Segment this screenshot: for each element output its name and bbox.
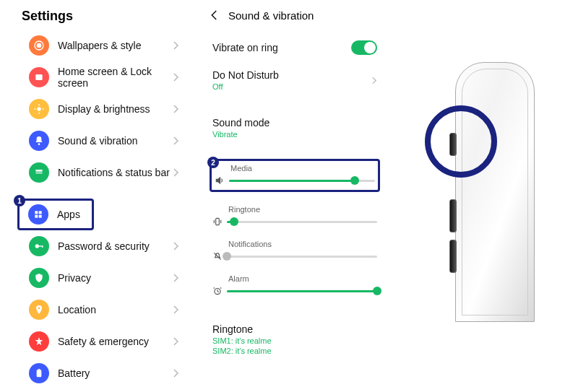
settings-item-label: Display & brightness [58, 103, 173, 115]
speaker-icon [215, 175, 225, 186]
vibrate-on-ring-toggle[interactable] [351, 40, 377, 55]
notifications-slider[interactable] [227, 256, 377, 258]
notifications-slider-group: Notifications [212, 240, 377, 261]
media-slider-group: 2 Media [210, 159, 380, 192]
volume-sliders: 2 Media Ringtone Notifications [202, 159, 387, 296]
annotation-badge-1: 1 [14, 195, 25, 206]
settings-item-label: Privacy [58, 272, 173, 284]
svg-point-3 [37, 107, 40, 110]
back-arrow-icon[interactable] [208, 9, 221, 22]
emergency-icon [29, 331, 49, 352]
key-icon [29, 236, 49, 256]
svg-rect-14 [39, 215, 42, 218]
chevron-right-icon [173, 369, 179, 378]
settings-item-homescreen[interactable]: Home screen & Lock screen [20, 61, 186, 93]
brightness-icon [29, 99, 49, 119]
battery-icon [29, 363, 49, 383]
alarm-slider[interactable] [227, 290, 377, 292]
chevron-right-icon [173, 136, 179, 145]
ringtone-row[interactable]: Ringtone SIM1: it's realme SIM2: it's re… [202, 316, 387, 361]
settings-item-label: Wallpapers & style [58, 40, 173, 51]
chevron-right-icon [173, 274, 179, 282]
settings-item-notifications[interactable]: Notifications & status bar [20, 157, 186, 188]
svg-rect-23 [216, 218, 220, 225]
notification-bar-icon [29, 162, 49, 183]
chevron-right-icon [173, 242, 179, 251]
svg-rect-13 [35, 215, 38, 218]
svg-line-30 [214, 287, 215, 288]
shield-icon [29, 268, 49, 288]
home-lock-icon [29, 67, 49, 87]
settings-item-label: Sound & vibration [58, 135, 173, 147]
settings-item-location[interactable]: Location [20, 294, 186, 326]
location-icon [29, 300, 49, 320]
phone-body [455, 62, 535, 322]
svg-rect-20 [37, 370, 42, 377]
alarm-slider-label: Alarm [228, 274, 377, 283]
bell-off-icon [212, 251, 223, 261]
vibrate-on-ring-row[interactable]: Vibrate on ring [202, 33, 387, 62]
svg-point-8 [38, 143, 40, 145]
chevron-right-icon [173, 41, 179, 50]
sound-mode-label: Sound mode [212, 117, 377, 129]
svg-rect-2 [35, 74, 42, 80]
svg-point-0 [37, 43, 42, 48]
ringtone-slider-group: Ringtone [212, 205, 377, 227]
settings-item-label: Location [58, 304, 173, 315]
sv-header: Sound & vibration [202, 6, 387, 33]
bell-icon [29, 131, 49, 151]
media-slider[interactable] [229, 180, 375, 182]
ringtone-slider-label: Ringtone [228, 205, 377, 214]
ringtone-slider[interactable] [227, 221, 377, 223]
dnd-label: Do Not Disturb [212, 69, 372, 81]
settings-item-label: Battery [58, 367, 173, 379]
annotation-circle [425, 105, 497, 178]
phone-illustration-panel [387, 0, 578, 392]
settings-item-label: Safety & emergency [58, 336, 173, 347]
svg-line-29 [217, 292, 219, 292]
phone-illustration [434, 62, 556, 322]
notifications-slider-label: Notifications [228, 240, 377, 248]
svg-marker-22 [216, 178, 220, 183]
settings-item-password[interactable]: Password & security [20, 230, 186, 262]
svg-rect-17 [42, 245, 43, 248]
chevron-right-icon [372, 77, 377, 84]
sound-mode-row[interactable]: Sound mode Vibrate [202, 111, 387, 146]
annotation-badge-2: 2 [207, 157, 219, 168]
settings-item-display[interactable]: Display & brightness [20, 93, 186, 125]
svg-point-18 [38, 308, 40, 310]
sv-title: Sound & vibration [228, 9, 314, 22]
settings-item-label: Home screen & Lock screen [58, 66, 173, 89]
settings-item-apps[interactable]: 1 Apps [17, 199, 94, 230]
svg-rect-21 [38, 369, 40, 370]
settings-item-wallpapers[interactable]: Wallpapers & style [20, 30, 186, 61]
alarm-slider-group: Alarm [212, 274, 377, 296]
svg-line-31 [220, 287, 221, 288]
svg-marker-19 [35, 337, 43, 345]
sound-vibration-panel: Sound & vibration Vibrate on ring Do Not… [202, 0, 387, 392]
vibrate-on-ring-label: Vibrate on ring [212, 42, 351, 53]
svg-rect-10 [35, 173, 42, 173]
chevron-right-icon [173, 105, 179, 113]
settings-item-safety[interactable]: Safety & emergency [20, 326, 186, 357]
ringtone-sim1: SIM1: it's realme [212, 336, 377, 345]
chevron-right-icon [173, 305, 179, 314]
settings-item-sound[interactable]: Sound & vibration [20, 125, 186, 157]
phone-volume-down [449, 240, 457, 273]
chevron-right-icon [173, 337, 179, 346]
svg-rect-9 [35, 170, 42, 172]
settings-item-privacy[interactable]: Privacy [20, 262, 186, 294]
sound-mode-sub: Vibrate [212, 130, 377, 139]
vibrate-icon [212, 217, 223, 227]
svg-rect-12 [39, 211, 42, 214]
svg-rect-11 [35, 211, 38, 214]
alarm-icon [212, 286, 223, 296]
chevron-right-icon [173, 168, 179, 177]
phone-volume-up [449, 199, 457, 232]
apps-icon [28, 204, 48, 225]
settings-item-battery[interactable]: Battery [20, 357, 186, 389]
settings-item-label: Password & security [58, 240, 173, 252]
dnd-row[interactable]: Do Not Disturb Off [202, 62, 387, 98]
ringtone-label: Ringtone [212, 323, 377, 335]
chevron-right-icon [173, 73, 179, 82]
